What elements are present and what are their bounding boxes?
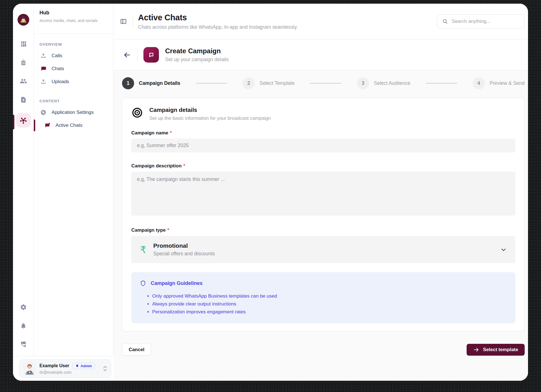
- chat-flag-notification-icon: [44, 122, 51, 129]
- main-area: Active Chats Chats across platforms like…: [113, 4, 528, 381]
- required-marker: *: [167, 227, 169, 233]
- user-email: dr@example.com: [39, 370, 95, 375]
- sidebar-item-application-settings[interactable]: Application Settings: [39, 106, 109, 119]
- chevron-down-icon: [500, 246, 507, 253]
- campaign-guidelines-box: Campaign Guidelines Only approved WhatsA…: [131, 272, 515, 323]
- chevron-up-icon: [103, 366, 107, 368]
- cancel-button[interactable]: Cancel: [122, 344, 151, 356]
- stepper-connector-wrap: [180, 83, 243, 84]
- grid-icon: [20, 41, 27, 47]
- back-button[interactable]: [122, 50, 132, 60]
- stepper-connector: [196, 83, 227, 84]
- admin-badge: Admin: [72, 363, 95, 369]
- select-template-button[interactable]: Select template: [467, 344, 525, 356]
- stepper-connector-wrap: [410, 83, 473, 84]
- sidebar-active-indicator: [34, 119, 35, 131]
- app-logo[interactable]: [17, 14, 29, 26]
- user-card[interactable]: Example User Admin dr@example.com: [19, 359, 111, 378]
- search-box[interactable]: [437, 14, 524, 28]
- campaign-app-icon: [143, 47, 159, 63]
- avatar: [23, 362, 36, 375]
- rail-item-dashboard[interactable]: [18, 39, 29, 49]
- label-text: Campaign name: [131, 130, 168, 136]
- rail-item-people[interactable]: [18, 76, 29, 87]
- pharaoh-logo-icon: [17, 14, 29, 26]
- form-actions: Cancel Select template: [122, 344, 525, 356]
- card-title: Campaign details: [149, 107, 271, 113]
- rail-bottom-icons: [18, 302, 29, 350]
- card-header: Campaign details Set up the basic inform…: [131, 107, 515, 121]
- sidebar-spacer: [39, 88, 109, 96]
- rail-active-indicator: [13, 115, 14, 129]
- user-name: Example User: [39, 363, 69, 368]
- rail-item-settings[interactable]: [18, 302, 29, 313]
- user-meta: Example User Admin dr@example.com: [39, 363, 95, 375]
- chat-bubble-outline-icon: [147, 51, 156, 59]
- target-bullseye-icon: [131, 107, 143, 118]
- campaign-details-card: Campaign details Set up the basic inform…: [122, 98, 525, 331]
- wrench-circle-icon: [40, 109, 47, 116]
- step-number: 4: [473, 77, 485, 89]
- step-select-template[interactable]: 2 Select Template: [243, 77, 294, 89]
- step-label: Preview & Send: [490, 80, 525, 86]
- search-input[interactable]: [452, 19, 519, 24]
- sidebar-item-calls[interactable]: Calls: [39, 49, 109, 62]
- step-select-audience[interactable]: 3 Select Audiience: [357, 77, 410, 89]
- sidebar-nav: OVERVIEW Calls Chats: [34, 34, 113, 132]
- field-campaign-description: Campaign description *: [131, 163, 515, 217]
- guidelines-header: Campaign Guidelines: [140, 280, 507, 287]
- stepper-connector: [310, 83, 342, 84]
- campaign-description-label: Campaign description *: [131, 163, 515, 169]
- svg-text:$: $: [22, 98, 24, 102]
- section-label-overview: OVERVIEW: [39, 42, 109, 46]
- campaign-type-select[interactable]: ₹ Promotional Special offers and discoun…: [131, 236, 515, 263]
- section-label-content: CONTENT: [39, 99, 109, 103]
- top-header: Active Chats Chats across platforms like…: [113, 4, 528, 39]
- sidebar-toggle-button[interactable]: [119, 17, 128, 26]
- campaign-description-input[interactable]: [131, 172, 515, 216]
- bell-icon: [20, 322, 27, 329]
- campaign-header: Create Campaign Set up your campaign det…: [113, 39, 528, 70]
- sidebar-title: Hub: [39, 10, 107, 16]
- rail-item-calls-log[interactable]: [18, 339, 29, 350]
- rail-top-icons: $: [16, 39, 31, 128]
- guidelines-list: Only approved WhatsApp Business template…: [140, 293, 507, 315]
- guidelines-title: Campaign Guidelines: [151, 280, 203, 286]
- sidebar: Hub Access media, chats, and socials OVE…: [34, 4, 113, 381]
- content-area: 1 Campaign Details 2 Select Template 3 S…: [113, 70, 528, 381]
- sidebar-item-label: Chats: [52, 66, 64, 72]
- user-menu-toggle[interactable]: [103, 366, 107, 371]
- chevron-down-icon: [103, 369, 107, 371]
- header-divider: [133, 16, 133, 27]
- campaign-titles: Create Campaign Set up your campaign det…: [165, 47, 229, 63]
- rail-item-luggage[interactable]: [18, 57, 29, 68]
- hub-network-icon: [19, 116, 28, 125]
- stepper: 1 Campaign Details 2 Select Template 3 S…: [122, 77, 525, 89]
- step-preview-send[interactable]: 4 Preview & Send: [473, 77, 525, 89]
- invoice-dollar-icon: $: [20, 96, 27, 103]
- field-campaign-name: Campaign name *: [131, 130, 515, 152]
- rail-item-billing[interactable]: $: [18, 94, 29, 105]
- rail-item-hub-active[interactable]: [16, 113, 31, 128]
- campaign-header-divider: [138, 48, 138, 61]
- sidebar-item-active-chats[interactable]: Active Chats: [39, 119, 109, 132]
- guideline-item: Always provide clear output instructions: [152, 301, 507, 307]
- campaign-name-label: Campaign name *: [131, 130, 515, 136]
- sidebar-header: Hub Access media, chats, and socials: [34, 4, 113, 34]
- admin-badge-label: Admin: [81, 364, 92, 368]
- sidebar-item-label: Application Settings: [52, 110, 94, 115]
- sidebar-item-uploads[interactable]: Uploads: [39, 75, 109, 88]
- search-icon: [442, 18, 448, 25]
- step-campaign-details[interactable]: 1 Campaign Details: [122, 77, 180, 89]
- sidebar-item-chats[interactable]: Chats: [39, 62, 109, 75]
- campaign-title: Create Campaign: [165, 47, 229, 55]
- shield-icon: [76, 364, 79, 368]
- guideline-item: Only approved WhatsApp Business template…: [152, 293, 507, 299]
- sidebar-item-label: Uploads: [52, 79, 69, 85]
- arrow-left-icon: [123, 51, 131, 59]
- rupee-icon: ₹: [140, 244, 147, 255]
- rail-item-notifications[interactable]: [18, 320, 29, 331]
- header-titles: Active Chats Chats across platforms like…: [138, 13, 298, 30]
- step-number: 2: [243, 77, 255, 89]
- campaign-name-input[interactable]: [131, 139, 515, 152]
